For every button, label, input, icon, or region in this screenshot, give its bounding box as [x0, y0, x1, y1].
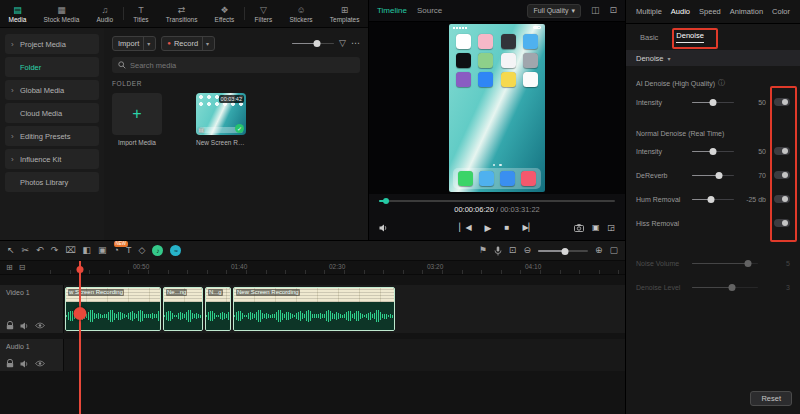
import-media-tile-box[interactable]: +: [112, 93, 162, 135]
slider-handle[interactable]: [710, 99, 717, 106]
audio-stretch-icon[interactable]: ≈: [170, 245, 181, 256]
tab-audio-settings[interactable]: Audio: [671, 7, 690, 16]
add-track-icon[interactable]: ⊞: [6, 263, 13, 272]
sidebar-item-project-media[interactable]: › Project Media: [5, 34, 99, 54]
subtab-basic[interactable]: Basic: [640, 33, 658, 42]
subtab-denoise[interactable]: Denoise: [676, 31, 704, 43]
volume-icon[interactable]: [379, 224, 388, 232]
tab-multiple[interactable]: Multiple: [636, 7, 662, 16]
clip-thumbnail-box[interactable]: 00:03:42 ▤ ✓: [196, 93, 246, 135]
sidebar-item-cloud-media[interactable]: Cloud Media: [5, 103, 99, 123]
text-tool-icon[interactable]: T: [126, 246, 132, 255]
tab-media[interactable]: ▤ Media: [0, 0, 35, 27]
smart-audio-icon[interactable]: ♪: [152, 245, 163, 256]
hum-removal-toggle[interactable]: [774, 195, 790, 203]
mute-track-icon[interactable]: [20, 360, 29, 368]
filter-funnel-icon[interactable]: ▽: [339, 39, 346, 48]
normal-intensity-slider[interactable]: [692, 146, 734, 156]
mask-icon[interactable]: ◧: [83, 246, 92, 255]
timeline-ruler[interactable]: ⊞ ⊟ 00:50 01:40 02:30 03:20 04:10: [0, 261, 625, 275]
speed-tool[interactable]: ◔ NEW: [114, 246, 119, 255]
playhead-head[interactable]: [76, 266, 83, 273]
timeline-clip[interactable]: Ne...ng: [163, 287, 203, 331]
delete-icon[interactable]: ⌧: [65, 246, 75, 255]
slider-handle[interactable]: [314, 40, 321, 47]
hide-track-icon[interactable]: [35, 322, 45, 329]
fit-timeline-icon[interactable]: ▢: [609, 246, 618, 255]
ai-denoise-toggle[interactable]: [774, 98, 790, 106]
playhead[interactable]: [79, 261, 81, 414]
slider-handle[interactable]: [707, 196, 714, 203]
normal-denoise-toggle[interactable]: [774, 147, 790, 155]
tab-transitions[interactable]: ⇄ Transitions: [157, 0, 206, 27]
play-button[interactable]: ▶: [485, 224, 492, 233]
tab-titles[interactable]: T Titles: [125, 0, 158, 27]
tab-stickers[interactable]: ☺ Stickers: [281, 0, 321, 27]
clip-thumbnail-tile[interactable]: 00:03:42 ▤ ✓ New Screen Recordi...: [196, 93, 246, 146]
timeline-zoom-slider[interactable]: [538, 246, 588, 256]
timeline-clip[interactable]: New Screen Recording: [233, 287, 395, 331]
tab-speed[interactable]: Speed: [699, 7, 721, 16]
sidebar-item-global-media[interactable]: › Global Media: [5, 80, 99, 100]
tab-stock-media[interactable]: ▦ Stock Media: [35, 0, 88, 27]
sidebar-item-photos-library[interactable]: Photos Library: [5, 172, 99, 192]
ai-intensity-slider[interactable]: [692, 97, 734, 107]
quality-selector[interactable]: Full Quality ▾: [527, 4, 581, 18]
video-track-lane[interactable]: w Screen Recording Ne...ng N...g: [64, 285, 625, 333]
hide-track-icon[interactable]: [35, 360, 45, 367]
dereverb-slider[interactable]: [692, 170, 734, 180]
reset-button[interactable]: Reset: [750, 391, 792, 406]
playhead-handle[interactable]: [73, 307, 86, 320]
timeline-clip[interactable]: N...g: [205, 287, 231, 331]
hum-removal-slider[interactable]: [692, 194, 734, 204]
collapse-chevron-icon[interactable]: ▾: [668, 55, 671, 62]
chevron-down-icon[interactable]: ▾: [202, 37, 209, 50]
pip-view-icon[interactable]: ◫: [591, 6, 600, 15]
scrubber-handle[interactable]: [383, 198, 389, 204]
voiceover-mic-icon[interactable]: [494, 246, 502, 256]
redo-icon[interactable]: ↷: [51, 246, 59, 255]
slider-handle[interactable]: [716, 172, 723, 179]
dereverb-toggle[interactable]: [774, 171, 790, 179]
zoom-out-icon[interactable]: ⊖: [523, 246, 531, 255]
undo-icon[interactable]: ↶: [36, 246, 44, 255]
tab-animation[interactable]: Animation: [730, 7, 763, 16]
tab-timeline-preview[interactable]: Timeline: [377, 6, 407, 15]
playback-scrubber[interactable]: [379, 197, 615, 205]
record-button[interactable]: ● Record ▾: [161, 36, 215, 51]
split-icon[interactable]: ✂: [22, 246, 30, 255]
previous-frame-button[interactable]: ▏◀: [459, 224, 471, 232]
track-options-icon[interactable]: ⊟: [19, 263, 26, 272]
crop-view-icon[interactable]: ▣: [592, 224, 600, 232]
select-tool-icon[interactable]: ↖: [7, 246, 15, 255]
slider-handle[interactable]: [562, 248, 569, 255]
info-icon[interactable]: ⓘ: [718, 78, 725, 88]
denoise-section-header[interactable]: Denoise ▾: [626, 50, 800, 66]
thumbnail-size-slider[interactable]: [292, 38, 334, 48]
screen-record-icon[interactable]: ⊡: [509, 246, 517, 255]
tab-audio[interactable]: ♫ Audio: [88, 0, 122, 27]
zoom-in-icon[interactable]: ⊕: [595, 246, 603, 255]
tab-effects[interactable]: ❖ Effects: [206, 0, 243, 27]
marker-icon[interactable]: ⚑: [479, 246, 487, 255]
tab-filters[interactable]: ▽ Filters: [246, 0, 281, 27]
chevron-down-icon[interactable]: ▾: [143, 37, 150, 50]
audio-track-lane[interactable]: [64, 339, 625, 371]
tab-source-preview[interactable]: Source: [417, 6, 442, 15]
stop-button[interactable]: ■: [505, 224, 510, 232]
slider-handle[interactable]: [710, 148, 717, 155]
tab-templates[interactable]: ⊞ Templates: [321, 0, 368, 27]
display-settings-icon[interactable]: ⊡: [609, 6, 617, 15]
next-frame-button[interactable]: ▶▏: [522, 224, 534, 232]
import-media-tile[interactable]: + Import Media: [112, 93, 162, 146]
lock-track-icon[interactable]: [6, 359, 14, 368]
preview-stage[interactable]: [369, 22, 625, 194]
fullscreen-icon[interactable]: ◲: [607, 224, 615, 232]
crop-icon[interactable]: ▣: [98, 246, 107, 255]
lock-track-icon[interactable]: [6, 321, 14, 330]
hiss-removal-toggle[interactable]: [774, 219, 790, 227]
tab-color[interactable]: Color: [772, 7, 790, 16]
snapshot-camera-icon[interactable]: [574, 224, 584, 232]
keyframe-icon[interactable]: ◇: [139, 246, 146, 255]
sidebar-item-folder[interactable]: Folder: [5, 57, 99, 77]
